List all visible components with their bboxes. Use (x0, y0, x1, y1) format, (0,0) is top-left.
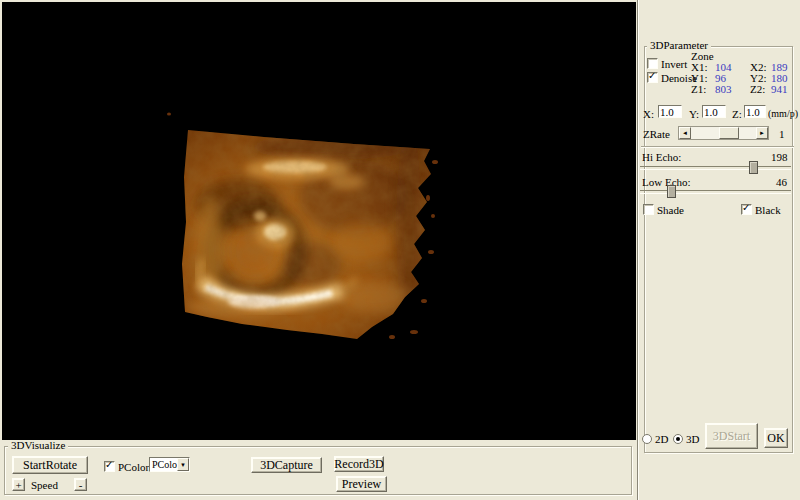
invert-label: Invert (661, 59, 687, 70)
scale-z-label: Z: (732, 109, 742, 120)
ultrasound-volume (2, 2, 636, 440)
invert-checkbox[interactable] (647, 58, 658, 69)
hi-echo-value: 198 (771, 152, 788, 163)
zone-z2-label: Z2: (750, 84, 765, 95)
scale-unit-label: (mm/p) (768, 108, 798, 119)
mode-2d-radio[interactable] (642, 434, 652, 444)
low-echo-slider-thumb[interactable] (667, 185, 676, 198)
shade-label: Shade (657, 205, 684, 216)
preview-button[interactable]: Preview (336, 476, 387, 492)
zrate-value: 1 (779, 129, 785, 140)
mode-2d-label: 2D (655, 434, 668, 445)
start-3d-button[interactable]: 3DStart (705, 423, 758, 449)
separator (641, 146, 794, 148)
pcolor-checkbox[interactable]: ✓ (104, 461, 115, 472)
zone-z1-label: Z1: (691, 84, 706, 95)
chevron-down-icon[interactable]: ▼ (177, 458, 189, 471)
check-icon: ✓ (648, 70, 656, 81)
zrate-scroll-right-icon[interactable]: ► (756, 127, 768, 139)
zone-z2-value: 941 (771, 84, 788, 95)
radio-dot-icon (676, 437, 680, 441)
capture-3d-button[interactable]: 3DCapture (251, 457, 322, 473)
scale-z-input[interactable] (744, 105, 766, 118)
low-echo-value: 46 (776, 177, 787, 188)
ok-button[interactable]: OK (764, 428, 788, 448)
parameter-panel: 3DParameter Invert ✓ Denoise Zone X1: 10… (637, 0, 800, 500)
speed-minus-button[interactable]: - (74, 478, 87, 491)
scale-y-label: Y: (689, 109, 699, 120)
mode-3d-radio[interactable] (673, 434, 683, 444)
black-checkbox[interactable]: ✓ (741, 204, 752, 215)
speed-label: Speed (31, 480, 58, 491)
zrate-scroll-left-icon[interactable]: ◄ (679, 127, 691, 139)
scale-x-label: X: (643, 109, 654, 120)
scale-x-input[interactable] (658, 105, 682, 118)
zrate-scrollbar[interactable]: ◄ ► (678, 126, 769, 140)
black-label: Black (755, 205, 781, 216)
visualize-panel: 3DVisualize StartRotate + Speed - ✓ PCol… (2, 440, 636, 498)
scale-y-input[interactable] (702, 105, 726, 118)
hi-echo-label: Hi Echo: (642, 152, 681, 163)
denoise-checkbox[interactable]: ✓ (647, 72, 658, 83)
parameter-group-title: 3DParameter (647, 40, 711, 51)
start-rotate-button[interactable]: StartRotate (12, 456, 88, 474)
visualize-group-title: 3DVisualize (8, 440, 68, 451)
mode-3d-label: 3D (686, 434, 699, 445)
speed-plus-button[interactable]: + (12, 478, 25, 491)
pcolor-combobox[interactable]: PColor ▼ (149, 457, 190, 472)
record-3d-button[interactable]: Record3D (334, 456, 384, 472)
app-window: 3DParameter Invert ✓ Denoise Zone X1: 10… (0, 0, 800, 500)
shade-checkbox[interactable] (643, 204, 654, 215)
zrate-scroll-thumb[interactable] (719, 127, 739, 139)
zone-z1-value: 803 (715, 84, 732, 95)
hi-echo-slider-thumb[interactable] (749, 161, 758, 174)
check-icon: ✓ (742, 202, 750, 213)
pcolor-label: PColor (118, 462, 149, 473)
check-icon: ✓ (105, 459, 113, 470)
zrate-label: ZRate (643, 129, 670, 140)
volume-viewport[interactable] (2, 2, 636, 440)
low-echo-slider-track[interactable] (640, 190, 791, 194)
hi-echo-slider-track[interactable] (640, 166, 791, 170)
